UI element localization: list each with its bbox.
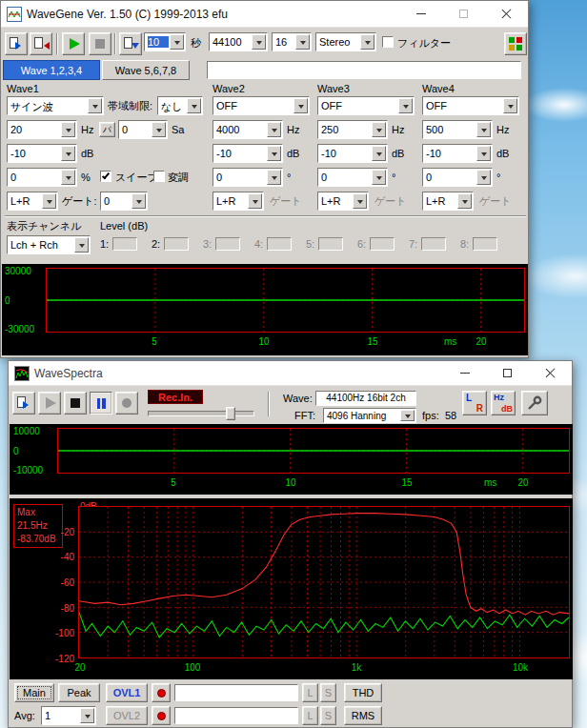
- wave2-level-select[interactable]: -10: [213, 144, 283, 163]
- record-button[interactable]: [115, 392, 138, 415]
- dropdown-arrow-icon[interactable]: [398, 98, 413, 113]
- dropdown-arrow-icon[interactable]: [400, 410, 415, 421]
- stop-button[interactable]: [64, 392, 87, 415]
- maximize-button[interactable]: [442, 1, 485, 27]
- ovl2-save-button[interactable]: S: [320, 706, 336, 725]
- dropdown-arrow-icon[interactable]: [170, 34, 184, 50]
- save-wave-file-button[interactable]: [30, 32, 52, 55]
- wave1-level-select[interactable]: -10: [7, 144, 77, 163]
- ovl2-record-button[interactable]: [152, 706, 171, 725]
- wave1-route-select[interactable]: L+R: [7, 192, 58, 211]
- filter-checkbox[interactable]: [382, 36, 394, 48]
- ovl2-comment-field[interactable]: [174, 707, 298, 724]
- wave1-phase-select[interactable]: 0: [7, 168, 77, 187]
- hz-db-axis-button[interactable]: Hz dB: [491, 391, 516, 415]
- dropdown-arrow-icon[interactable]: [187, 98, 201, 113]
- dropdown-arrow-icon[interactable]: [372, 122, 386, 137]
- wave3-freq-select[interactable]: 250: [317, 120, 388, 139]
- dropdown-arrow-icon[interactable]: [132, 193, 146, 209]
- close-button[interactable]: [485, 1, 528, 27]
- wave4-route-select[interactable]: L+R: [422, 192, 474, 211]
- dropdown-arrow-icon[interactable]: [88, 98, 102, 113]
- dropdown-arrow-icon[interactable]: [372, 146, 386, 161]
- duration-select[interactable]: 10: [144, 32, 186, 51]
- open-file-button[interactable]: [12, 392, 35, 415]
- wave1-note-button[interactable]: パ: [99, 122, 115, 137]
- ovl2-button[interactable]: OVL2: [106, 706, 148, 725]
- maximize-button[interactable]: [486, 361, 529, 385]
- samplerate-select[interactable]: 44100: [209, 32, 268, 51]
- dropdown-arrow-icon[interactable]: [61, 122, 75, 137]
- dropdown-arrow-icon[interactable]: [476, 170, 491, 185]
- ovl1-button[interactable]: OVL1: [106, 683, 148, 702]
- ovl1-record-button[interactable]: [152, 683, 171, 702]
- wave3-route-select[interactable]: L+R: [317, 192, 369, 211]
- wave3-phase-select[interactable]: 0: [317, 168, 388, 187]
- dropdown-arrow-icon[interactable]: [248, 193, 262, 209]
- dropdown-arrow-icon[interactable]: [476, 122, 491, 137]
- bits-select[interactable]: 16: [272, 32, 312, 51]
- thd-button[interactable]: THD: [344, 683, 382, 702]
- wave2-route-select[interactable]: L+R: [213, 192, 264, 211]
- minimize-button[interactable]: [443, 361, 486, 385]
- dropdown-arrow-icon[interactable]: [267, 146, 281, 161]
- wave3-level-select[interactable]: -10: [317, 144, 388, 163]
- dropdown-arrow-icon[interactable]: [42, 193, 56, 209]
- position-slider-track[interactable]: [148, 411, 254, 416]
- wave1-type-select[interactable]: サイン波: [7, 96, 104, 115]
- play-button[interactable]: [62, 32, 85, 55]
- lr-channel-button[interactable]: L R: [462, 391, 487, 415]
- ovl1-load-button[interactable]: L: [302, 683, 318, 702]
- main-button[interactable]: Main: [14, 683, 54, 702]
- close-button[interactable]: [529, 361, 572, 385]
- pause-button[interactable]: [90, 392, 112, 415]
- dropdown-arrow-icon[interactable]: [80, 708, 94, 723]
- tab-wave-5678[interactable]: Wave 5,6,7,8: [102, 60, 190, 80]
- stop-button[interactable]: [89, 32, 111, 55]
- open-wave-file-button[interactable]: [5, 32, 28, 55]
- wave4-freq-select[interactable]: 500: [422, 120, 493, 139]
- dropdown-arrow-icon[interactable]: [152, 122, 166, 137]
- settings-button[interactable]: [521, 391, 548, 415]
- dropdown-arrow-icon[interactable]: [353, 193, 367, 209]
- fft-select[interactable]: 4096 Hanning: [323, 408, 416, 423]
- dropdown-arrow-icon[interactable]: [74, 237, 89, 253]
- wave3-type-select[interactable]: OFF: [317, 96, 415, 115]
- wave2-phase-select[interactable]: 0: [213, 168, 283, 187]
- avg-select[interactable]: 1: [41, 706, 96, 725]
- dropdown-arrow-icon[interactable]: [476, 146, 491, 161]
- band-limit-select[interactable]: なし: [157, 96, 203, 115]
- wave1-offset-select[interactable]: 0: [118, 120, 168, 139]
- wave2-type-select[interactable]: OFF: [213, 96, 310, 115]
- display-channel-select[interactable]: Lch + Rch: [7, 235, 91, 254]
- dropdown-arrow-icon[interactable]: [295, 34, 310, 50]
- position-slider-handle[interactable]: [226, 407, 235, 420]
- ovl1-save-button[interactable]: S: [320, 683, 336, 702]
- preset-name-field[interactable]: [207, 61, 521, 79]
- wave4-phase-select[interactable]: 0: [422, 168, 493, 187]
- dropdown-arrow-icon[interactable]: [503, 98, 517, 113]
- dropdown-arrow-icon[interactable]: [457, 193, 472, 209]
- dropdown-arrow-icon[interactable]: [294, 98, 308, 113]
- repeat-play-button[interactable]: [119, 32, 142, 55]
- ovl2-load-button[interactable]: L: [302, 706, 318, 725]
- play-button[interactable]: [38, 392, 61, 415]
- wave4-level-select[interactable]: -10: [422, 144, 493, 163]
- dropdown-arrow-icon[interactable]: [61, 170, 75, 185]
- dropdown-arrow-icon[interactable]: [61, 146, 75, 161]
- dropdown-arrow-icon[interactable]: [360, 34, 374, 50]
- rms-button[interactable]: RMS: [344, 706, 382, 725]
- modulation-checkbox[interactable]: [153, 171, 165, 182]
- dropdown-arrow-icon[interactable]: [252, 34, 266, 50]
- dropdown-arrow-icon[interactable]: [372, 170, 386, 185]
- wavegene-titlebar[interactable]: WaveGene Ver. 1.50 (C) 1999-2013 efu: [1, 1, 528, 28]
- wave2-freq-select[interactable]: 4000: [213, 120, 283, 139]
- mixer-button[interactable]: [504, 32, 527, 55]
- dropdown-arrow-icon[interactable]: [267, 122, 281, 137]
- dropdown-arrow-icon[interactable]: [267, 170, 281, 185]
- minimize-button[interactable]: [399, 1, 442, 27]
- wave4-type-select[interactable]: OFF: [422, 96, 519, 115]
- tab-wave-1234[interactable]: Wave 1,2,3,4: [3, 60, 100, 80]
- sweep-checkbox[interactable]: [100, 171, 111, 182]
- wavespectra-titlebar[interactable]: WaveSpectra: [9, 361, 572, 386]
